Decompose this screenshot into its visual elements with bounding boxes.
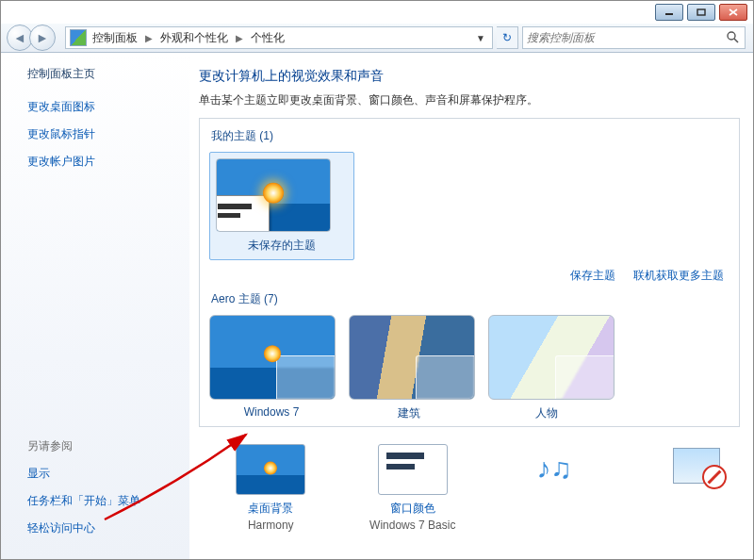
- refresh-button[interactable]: ↻: [497, 26, 518, 49]
- minimize-button[interactable]: [655, 4, 683, 21]
- aero-cap-0: Windows 7: [209, 405, 334, 421]
- sound-icon: ♪♫: [520, 444, 588, 493]
- page-title: 更改计算机上的视觉效果和声音: [199, 68, 740, 85]
- window-controls: [655, 4, 747, 21]
- aero-theme-characters[interactable]: [488, 315, 615, 400]
- wallpaper-icon: [236, 444, 305, 495]
- aero-themes-label: Aero 主题 (7): [211, 291, 729, 307]
- desktop-background-link[interactable]: 桌面背景: [227, 501, 315, 517]
- window-color-value: Windows 7 Basic: [369, 519, 457, 532]
- forward-button[interactable]: ►: [29, 25, 56, 51]
- chevron-right-icon[interactable]: ▶: [145, 33, 153, 43]
- control-panel-home[interactable]: 控制面板主页: [27, 66, 189, 82]
- sidebar-change-mouse-pointers[interactable]: 更改鼠标指针: [27, 126, 189, 142]
- address-dropdown[interactable]: ▼: [473, 33, 488, 43]
- maximize-button[interactable]: [687, 4, 715, 21]
- svg-rect-0: [665, 13, 673, 15]
- search-box[interactable]: [522, 26, 746, 49]
- option-window-color[interactable]: 窗口颜色 Windows 7 Basic: [369, 444, 457, 532]
- my-themes-label: 我的主题 (1): [211, 128, 729, 144]
- page-subtitle: 单击某个主题立即更改桌面背景、窗口颜色、声音和屏幕保护程序。: [199, 92, 740, 108]
- svg-point-2: [728, 32, 735, 40]
- option-screensaver[interactable]: [653, 444, 741, 532]
- aero-theme-architecture[interactable]: [349, 315, 475, 400]
- svg-line-3: [734, 39, 738, 42]
- see-also-ease-of-access[interactable]: 轻松访问中心: [27, 520, 189, 536]
- nav-bar: ◄ ► 控制面板 ▶ 外观和个性化 ▶ 个性化 ▼ ↻: [1, 24, 753, 53]
- aero-cap-1: 建筑: [347, 405, 471, 421]
- crumb-root[interactable]: 控制面板: [92, 30, 138, 46]
- sidebar-change-account-picture[interactable]: 更改帐户图片: [27, 154, 189, 170]
- option-desktop-background[interactable]: 桌面背景 Harmony: [227, 444, 315, 532]
- screensaver-icon: [663, 444, 730, 493]
- aero-theme-windows7[interactable]: [209, 315, 336, 400]
- main-content: 更改计算机上的视觉效果和声音 单击某个主题立即更改桌面背景、窗口颜色、声音和屏幕…: [189, 53, 753, 559]
- more-themes-link[interactable]: 联机获取更多主题: [633, 269, 724, 282]
- aero-cap-2: 人物: [484, 405, 609, 421]
- save-theme-link[interactable]: 保存主题: [570, 269, 615, 282]
- nav-back-forward: ◄ ►: [7, 25, 56, 51]
- close-button[interactable]: [719, 4, 747, 21]
- option-sounds[interactable]: ♪♫: [511, 444, 598, 532]
- window-color-icon: [378, 444, 448, 495]
- svg-rect-1: [697, 9, 705, 15]
- address-bar[interactable]: 控制面板 ▶ 外观和个性化 ▶ 个性化 ▼: [65, 26, 493, 49]
- themes-panel: 我的主题 (1) 未保存的主题 保存主题 联机获取更多主题 Aero 主题 (7…: [199, 118, 740, 427]
- search-input[interactable]: [523, 31, 726, 44]
- option-row: 桌面背景 Harmony 窗口颜色 Windows 7 Basic ♪♫: [199, 444, 740, 532]
- personalization-window: ◄ ► 控制面板 ▶ 外观和个性化 ▶ 个性化 ▼ ↻ ? 控制面板主页 更改桌…: [0, 0, 754, 560]
- crumb-leaf[interactable]: 个性化: [251, 30, 285, 46]
- crumb-mid[interactable]: 外观和个性化: [160, 30, 228, 46]
- control-panel-icon: [70, 29, 87, 46]
- window-glyph-icon: [216, 195, 270, 232]
- theme-unsaved[interactable]: 未保存的主题: [209, 152, 354, 260]
- see-also-label: 另请参阅: [27, 438, 189, 454]
- sidebar: 控制面板主页 更改桌面图标 更改鼠标指针 更改帐户图片 另请参阅 显示 任务栏和…: [1, 53, 189, 559]
- search-icon[interactable]: [726, 30, 741, 45]
- see-also-taskbar[interactable]: 任务栏和「开始」菜单: [27, 493, 189, 509]
- desktop-background-value: Harmony: [227, 519, 315, 532]
- chevron-right-icon[interactable]: ▶: [236, 33, 243, 43]
- theme-caption: 未保存的主题: [216, 238, 348, 254]
- window-color-link[interactable]: 窗口颜色: [369, 501, 457, 517]
- content-body: 控制面板主页 更改桌面图标 更改鼠标指针 更改帐户图片 另请参阅 显示 任务栏和…: [1, 53, 753, 559]
- sidebar-change-desktop-icons[interactable]: 更改桌面图标: [27, 99, 189, 115]
- theme-preview: [216, 158, 331, 232]
- see-also-display[interactable]: 显示: [27, 466, 189, 482]
